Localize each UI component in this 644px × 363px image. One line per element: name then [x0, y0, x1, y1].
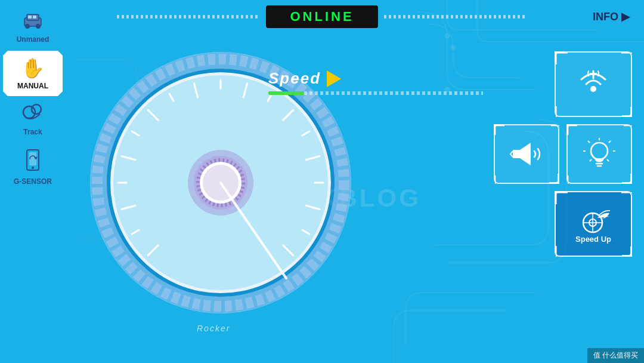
bottom-bar: 值 什么值得买	[587, 348, 644, 363]
svg-point-10	[32, 104, 41, 114]
speed-bar	[268, 91, 483, 95]
signal-button[interactable]	[555, 51, 632, 117]
speed-bar-green	[268, 91, 304, 95]
header: ONLINE INFO ▶	[0, 0, 644, 33]
sidebar-track-label: Track	[23, 128, 42, 136]
main-area: BIKBLOG	[66, 33, 644, 363]
sidebar-item-track[interactable]: Track	[3, 97, 63, 142]
horn-button[interactable]	[494, 124, 559, 184]
brand-label: 值 什么值得买	[593, 350, 638, 361]
svg-rect-8	[33, 16, 36, 19]
sidebar-item-manual[interactable]: ✋ MANUAL	[3, 51, 63, 96]
speed-label: Speed	[268, 69, 321, 88]
sidebar-item-unmaned[interactable]: Unmaned	[3, 6, 63, 50]
header-dots-left	[117, 15, 260, 19]
speed-area: Speed	[268, 69, 483, 95]
svg-point-6	[36, 24, 41, 29]
car-icon	[22, 12, 44, 33]
info-button[interactable]: INFO ▶	[593, 10, 630, 23]
track-icon	[22, 103, 44, 125]
button-row-middle	[494, 124, 632, 184]
sidebar-manual-label: MANUAL	[17, 82, 48, 90]
sidebar-unmaned-label: Unmaned	[17, 35, 49, 44]
svg-point-5	[25, 24, 30, 29]
speed-bar-dots	[304, 91, 483, 95]
sidebar-item-gsensor[interactable]: G-SENSOR	[3, 143, 63, 192]
header-dots-right	[384, 15, 527, 19]
sidebar: Unmaned ✋ MANUAL Track G-	[0, 0, 66, 363]
right-controls: Speed Up	[494, 45, 632, 351]
speed-label-row: Speed	[268, 69, 483, 88]
rocker-label: Rocker	[197, 324, 230, 333]
status-badge: ONLINE	[266, 5, 377, 28]
phone-icon	[25, 149, 41, 175]
svg-rect-7	[28, 16, 32, 19]
light-button[interactable]	[566, 124, 632, 184]
speed-arrow-icon	[327, 70, 341, 87]
hand-icon: ✋	[21, 57, 45, 79]
sidebar-gsensor-label: G-SENSOR	[14, 177, 52, 186]
speed-up-button[interactable]: Speed Up	[555, 191, 632, 257]
svg-point-13	[32, 167, 34, 169]
